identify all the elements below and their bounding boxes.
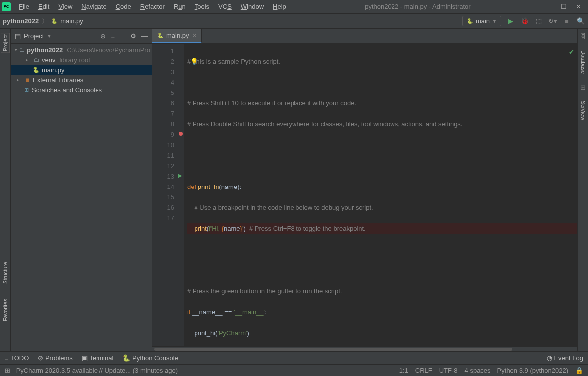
maximize-icon[interactable]: ☐ [561,3,567,10]
tree-scratches[interactable]: ⊞ Scratches and Consoles [11,85,152,94]
todo-tool-button[interactable]: ≡ TODO [5,354,29,362]
menu-window[interactable]: Window [237,1,268,12]
navbar: python2022 〉 🐍 main.py 🐍 main ▼ ▶ 🐞 ⬚ ↻▾… [0,14,588,29]
python-console-tool-button[interactable]: 🐍 Python Console [122,354,178,362]
menu-code[interactable]: Code [112,1,135,12]
sciview-icon[interactable]: ⊞ [580,84,586,91]
tree-scratch-label: Scratches and Consoles [32,86,102,94]
tree-file-name: main.py [42,66,65,74]
close-icon[interactable]: ✕ [576,3,581,10]
project-view-icon: ▤ [15,32,21,40]
coverage-icon[interactable]: ⬚ [534,17,543,25]
project-tool-button[interactable]: Project [1,33,10,53]
dropdown-icon: ▼ [492,19,497,24]
run-button-icon[interactable]: ▶ [506,17,515,25]
app-logo-icon: PC [2,2,11,11]
menu-navigate[interactable]: Navigate [77,1,110,12]
menu-refactor[interactable]: Refactor [136,1,169,12]
locate-icon[interactable]: ⊕ [100,32,106,40]
inspection-ok-icon[interactable]: ✔ [569,47,574,57]
scratch-icon: ⊞ [23,87,30,93]
stop-button-icon[interactable]: ■ [562,17,571,25]
tab-close-icon[interactable]: ✕ [192,32,196,39]
database-tool-button[interactable]: Database [580,50,586,74]
collapse-icon[interactable]: ≣ [120,32,125,40]
tree-main-py[interactable]: 🐍 main.py [11,65,152,75]
menu-view[interactable]: View [54,1,76,12]
sidebar-header: ▤ Project ▼ ⊕ ≡ ≣ ⚙ — [11,29,152,44]
horizontal-scrollbar[interactable] [152,346,577,351]
run-marker-icon[interactable]: ▶ [178,173,182,178]
bottom-toolbar: ≡ TODO ⊘ Problems ▣ Terminal 🐍 Python Co… [0,351,588,364]
tree-venv-name: venv [42,56,55,64]
tree-project-path: C:\Users\lenovo\PycharmPro [67,46,150,54]
line-number-gutter: 1234567891011121314151617 [152,44,177,346]
menu-file[interactable]: File [15,1,33,12]
favorites-tool-button[interactable]: Favorites [2,299,8,321]
status-message[interactable]: PyCharm 2020.3.5 available // Update... … [16,367,178,374]
breadcrumb-project[interactable]: python2022 [3,17,39,25]
folder-icon: 🗀 [19,47,25,53]
profile-icon[interactable]: ↻▾ [548,17,557,25]
event-log-button[interactable]: ◔ Event Log [547,354,583,362]
database-icon[interactable]: 🗄 [580,33,586,40]
settings-icon[interactable]: ⚙ [130,32,136,40]
breadcrumb-file[interactable]: main.py [60,17,83,25]
code-content[interactable]: # This is a sample Python script. # Pres… [184,44,577,346]
nav-toolbar: 🐍 main ▼ ▶ 🐞 ⬚ ↻▾ ■ 🔍 [462,16,585,26]
intention-bulb-icon[interactable]: 💡 [190,56,198,67]
tree-external-libs[interactable]: ▸ ⫼ External Libraries [11,75,152,85]
window-title: python2022 - main.py - Administrator [290,3,545,10]
breadcrumb-sep-icon: 〉 [42,17,48,26]
tab-label: main.py [166,32,189,39]
tree-venv[interactable]: ▸ 🗀 venv library root [11,55,152,65]
line-separator[interactable]: CRLF [415,367,432,374]
structure-tool-button[interactable]: Structure [2,262,8,284]
python-file-icon: 🐍 [157,33,163,38]
editor-area: 🐍 main.py ✕ 1234567891011121314151617 ▶ … [152,29,577,351]
project-tree: ▾ 🗀 python2022 C:\Users\lenovo\PycharmPr… [11,44,152,351]
menu-help[interactable]: Help [269,1,290,12]
sciview-tool-button[interactable]: SciView [580,101,586,120]
marker-gutter[interactable]: ▶ [177,44,184,346]
code-editor[interactable]: 1234567891011121314151617 ▶ # This is a … [152,44,577,346]
menu-tools[interactable]: Tools [191,1,213,12]
search-everywhere-icon[interactable]: 🔍 [576,17,585,25]
python-file-icon: 🐍 [51,18,57,24]
sidebar-title[interactable]: Project [24,32,44,40]
right-tool-rail: 🗄 Database ⊞ SciView [577,29,588,351]
expand-icon[interactable]: ≡ [111,32,115,40]
encoding[interactable]: UTF-8 [439,367,458,374]
library-icon: ⫼ [24,77,31,83]
breakpoint-icon[interactable] [179,132,183,136]
scrollbar-thumb[interactable] [154,348,512,351]
lock-icon[interactable]: 🔒 [575,367,583,374]
menu-vcs[interactable]: VCS [214,1,236,12]
tree-extlib-label: External Libraries [33,76,83,84]
menu-edit[interactable]: Edit [34,1,53,12]
terminal-tool-button[interactable]: ▣ Terminal [82,354,114,362]
problems-tool-button[interactable]: ⊘ Problems [38,354,73,362]
project-sidebar: ▤ Project ▼ ⊕ ≡ ≣ ⚙ — ▾ 🗀 python2022 C:\… [11,29,152,351]
main-area: Project Structure Favorites ▤ Project ▼ … [0,29,588,351]
titlebar: PC File Edit View Navigate Code Refactor… [0,0,588,14]
indent[interactable]: 4 spaces [465,367,490,374]
run-config-selector[interactable]: 🐍 main ▼ [462,16,501,26]
tab-main-py[interactable]: 🐍 main.py ✕ [152,29,202,43]
interpreter[interactable]: Python 3.9 (python2022) [497,367,568,374]
tool-windows-icon[interactable]: ⊞ [5,367,10,374]
tree-project-name: python2022 [27,46,63,54]
cursor-position[interactable]: 1:1 [399,367,408,374]
python-icon: 🐍 [467,18,473,24]
status-bar: ⊞ PyCharm 2020.3.5 available // Update..… [0,364,588,376]
menu-run[interactable]: Run [170,1,190,12]
tree-project-root[interactable]: ▾ 🗀 python2022 C:\Users\lenovo\PycharmPr… [11,45,152,55]
minimize-icon[interactable]: — [545,3,552,10]
tree-venv-tag: library root [59,56,90,64]
dropdown-icon[interactable]: ▼ [47,34,51,39]
left-tool-rail: Project Structure Favorites [0,29,11,351]
window-controls: — ☐ ✕ [545,3,586,10]
hide-icon[interactable]: — [141,32,148,40]
debug-button-icon[interactable]: 🐞 [520,17,529,25]
python-file-icon: 🐍 [33,67,40,73]
